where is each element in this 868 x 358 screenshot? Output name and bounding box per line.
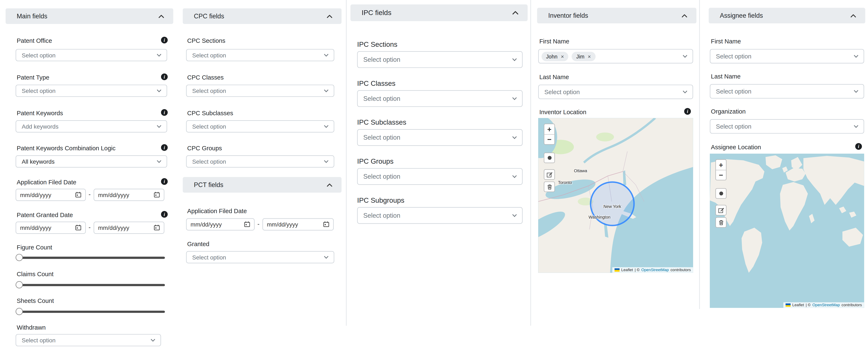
chevron-up-icon: [158, 14, 164, 18]
figure-count-slider[interactable]: [16, 254, 165, 261]
inventor-location-map[interactable]: Ottawa Toronto New York Washington + − L…: [538, 118, 693, 272]
patent-type-select[interactable]: Select option: [16, 85, 167, 97]
ipc-classes-select[interactable]: Select option: [357, 90, 523, 107]
chevron-down-icon: [682, 55, 687, 58]
slider-thumb[interactable]: [16, 254, 23, 261]
ipc-subclasses-select[interactable]: Select option: [357, 129, 523, 146]
pct-filed-from-input[interactable]: mm/dd/yyyy: [186, 218, 255, 230]
info-icon[interactable]: i: [161, 73, 168, 80]
main-fields-header[interactable]: Main fields: [6, 8, 174, 24]
zoom-control: + −: [544, 124, 555, 145]
panel-title: PCT fields: [194, 182, 223, 188]
inventor-first-name-select[interactable]: John × Jim ×: [538, 49, 693, 63]
calendar-icon[interactable]: [154, 191, 160, 198]
cpc-classes-select[interactable]: Select option: [186, 85, 334, 97]
slider-track[interactable]: [16, 311, 165, 313]
pct-fields-header[interactable]: PCT fields: [183, 177, 342, 193]
patent-office-label: Patent Office: [17, 37, 52, 44]
chevron-down-icon: [854, 55, 859, 58]
slider-thumb[interactable]: [16, 308, 23, 315]
chevron-down-icon: [156, 160, 161, 163]
inventor-fields-header[interactable]: Inventor fields: [537, 8, 696, 23]
application-filed-to-input[interactable]: mm/dd/yyyy: [94, 189, 164, 201]
select-placeholder: Select option: [363, 212, 400, 219]
map-attribution: Leaflet | © OpenStreetMap contributors: [783, 302, 864, 308]
map-tiles: [538, 118, 693, 272]
keywords-logic-select[interactable]: All keywords: [16, 155, 167, 168]
draw-circle-button[interactable]: [544, 153, 555, 163]
info-icon[interactable]: i: [855, 143, 862, 150]
city-label: Toronto: [558, 180, 572, 185]
info-icon[interactable]: i: [161, 211, 168, 218]
delete-shapes-button[interactable]: [544, 182, 555, 192]
ipc-fields-header[interactable]: IPC fields: [350, 4, 528, 21]
delete-shapes-button[interactable]: [715, 217, 726, 228]
leaflet-credit: Leaflet: [793, 303, 804, 307]
chevron-down-icon: [150, 338, 155, 342]
map-tiles: [710, 154, 864, 308]
patent-office-select[interactable]: Select option: [16, 49, 167, 61]
info-icon[interactable]: i: [161, 178, 168, 185]
tag-remove-button[interactable]: ×: [588, 53, 591, 59]
edit-shapes-button[interactable]: [544, 169, 555, 180]
slider-track[interactable]: [16, 284, 165, 286]
select-placeholder: Select option: [716, 123, 751, 130]
info-icon[interactable]: i: [161, 37, 168, 43]
select-placeholder: Select option: [545, 89, 580, 95]
ipc-subgroups-select[interactable]: Select option: [357, 207, 523, 224]
openstreetmap-link[interactable]: OpenStreetMap: [641, 268, 669, 272]
edit-icon: [546, 169, 552, 180]
inventor-first-name-label: First Name: [539, 38, 569, 44]
patent-keywords-select[interactable]: Add keywords: [16, 120, 167, 133]
zoom-out-button[interactable]: −: [716, 170, 726, 180]
zoom-in-button[interactable]: +: [545, 124, 554, 134]
slider-track[interactable]: [16, 257, 165, 259]
zoom-in-button[interactable]: +: [716, 160, 726, 170]
cpc-fields-header[interactable]: CPC fields: [183, 8, 342, 24]
assignee-location-map[interactable]: + − Leaflet | © OpenStreetMap contributo…: [710, 154, 864, 308]
tag-remove-button[interactable]: ×: [561, 53, 564, 59]
edit-shapes-button[interactable]: [715, 205, 726, 216]
assignee-last-name-select[interactable]: Select option: [710, 84, 864, 99]
pct-granted-select[interactable]: Select option: [186, 251, 334, 263]
openstreetmap-link[interactable]: OpenStreetMap: [812, 303, 840, 307]
calendar-icon[interactable]: [75, 191, 81, 198]
cpc-subclasses-select[interactable]: Select option: [186, 120, 334, 133]
ipc-subclasses-label: IPC Subclasses: [357, 119, 406, 126]
ipc-sections-select[interactable]: Select option: [357, 51, 523, 68]
zoom-control: + −: [715, 159, 726, 181]
ipc-groups-select[interactable]: Select option: [357, 168, 523, 185]
calendar-icon[interactable]: [323, 221, 329, 228]
panel-title: CPC fields: [194, 13, 224, 20]
cpc-sections-select[interactable]: Select option: [186, 49, 334, 61]
calendar-icon[interactable]: [75, 224, 81, 231]
assignee-first-name-select[interactable]: Select option: [710, 49, 864, 63]
circle-marker-icon: [547, 156, 551, 160]
assignee-last-name-label: Last Name: [711, 73, 741, 79]
claims-count-slider[interactable]: [16, 281, 165, 289]
keywords-logic-label: Patent Keywords Combination Logic: [17, 145, 116, 151]
sheets-count-slider[interactable]: [16, 308, 165, 315]
patent-granted-to-input[interactable]: mm/dd/yyyy: [94, 222, 164, 234]
info-icon[interactable]: i: [161, 144, 168, 151]
chevron-up-icon: [850, 13, 856, 18]
zoom-out-button[interactable]: −: [545, 134, 554, 144]
inventor-last-name-select[interactable]: Select option: [538, 85, 693, 99]
pct-filed-to-input[interactable]: mm/dd/yyyy: [262, 218, 334, 230]
tag-john: John ×: [541, 52, 568, 61]
cpc-groups-select[interactable]: Select option: [186, 155, 334, 168]
assignee-organization-select[interactable]: Select option: [710, 119, 864, 134]
withdrawn-select[interactable]: Select option: [16, 334, 161, 346]
slider-thumb[interactable]: [16, 281, 23, 289]
calendar-icon[interactable]: [244, 221, 250, 228]
info-icon[interactable]: i: [684, 108, 691, 115]
draw-circle-button[interactable]: [715, 188, 726, 199]
chevron-up-icon: [327, 183, 333, 187]
cpc-classes-label: CPC Classes: [187, 74, 223, 81]
application-filed-from-input[interactable]: mm/dd/yyyy: [16, 189, 86, 201]
patent-granted-from-input[interactable]: mm/dd/yyyy: [16, 222, 86, 234]
assignee-fields-header[interactable]: Assignee fields: [709, 8, 865, 23]
calendar-icon[interactable]: [154, 224, 160, 231]
date-range-separator: -: [89, 191, 91, 198]
info-icon[interactable]: i: [161, 109, 168, 116]
